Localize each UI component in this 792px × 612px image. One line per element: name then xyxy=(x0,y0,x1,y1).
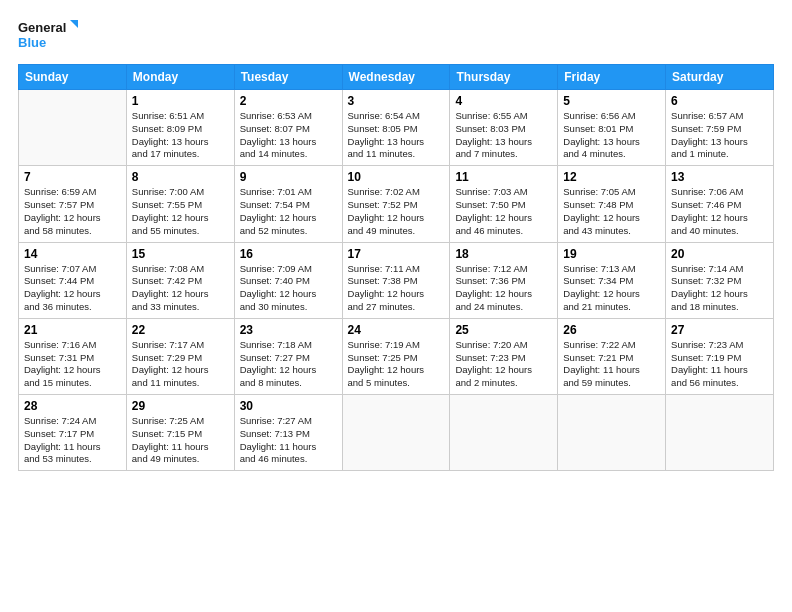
week-row-4: 21Sunrise: 7:16 AMSunset: 7:31 PMDayligh… xyxy=(19,318,774,394)
calendar-cell: 5Sunrise: 6:56 AMSunset: 8:01 PMDaylight… xyxy=(558,90,666,166)
day-info: Sunrise: 7:25 AMSunset: 7:15 PMDaylight:… xyxy=(132,415,229,466)
calendar-cell: 3Sunrise: 6:54 AMSunset: 8:05 PMDaylight… xyxy=(342,90,450,166)
day-info: Sunrise: 7:23 AMSunset: 7:19 PMDaylight:… xyxy=(671,339,768,390)
day-info: Sunrise: 7:12 AMSunset: 7:36 PMDaylight:… xyxy=(455,263,552,314)
day-number: 7 xyxy=(24,170,121,184)
logo-svg: General Blue xyxy=(18,18,78,54)
day-number: 18 xyxy=(455,247,552,261)
day-number: 29 xyxy=(132,399,229,413)
header-monday: Monday xyxy=(126,65,234,90)
day-number: 8 xyxy=(132,170,229,184)
day-info: Sunrise: 7:27 AMSunset: 7:13 PMDaylight:… xyxy=(240,415,337,466)
calendar-cell: 9Sunrise: 7:01 AMSunset: 7:54 PMDaylight… xyxy=(234,166,342,242)
day-number: 2 xyxy=(240,94,337,108)
day-info: Sunrise: 6:57 AMSunset: 7:59 PMDaylight:… xyxy=(671,110,768,161)
calendar-cell xyxy=(342,395,450,471)
day-number: 19 xyxy=(563,247,660,261)
calendar-cell: 27Sunrise: 7:23 AMSunset: 7:19 PMDayligh… xyxy=(666,318,774,394)
calendar-cell: 12Sunrise: 7:05 AMSunset: 7:48 PMDayligh… xyxy=(558,166,666,242)
calendar-cell: 22Sunrise: 7:17 AMSunset: 7:29 PMDayligh… xyxy=(126,318,234,394)
day-number: 15 xyxy=(132,247,229,261)
calendar-cell: 20Sunrise: 7:14 AMSunset: 7:32 PMDayligh… xyxy=(666,242,774,318)
day-info: Sunrise: 7:02 AMSunset: 7:52 PMDaylight:… xyxy=(348,186,445,237)
day-number: 6 xyxy=(671,94,768,108)
day-number: 12 xyxy=(563,170,660,184)
header-saturday: Saturday xyxy=(666,65,774,90)
day-info: Sunrise: 7:19 AMSunset: 7:25 PMDaylight:… xyxy=(348,339,445,390)
calendar-cell xyxy=(666,395,774,471)
day-info: Sunrise: 7:08 AMSunset: 7:42 PMDaylight:… xyxy=(132,263,229,314)
calendar-cell xyxy=(450,395,558,471)
header-sunday: Sunday xyxy=(19,65,127,90)
day-number: 14 xyxy=(24,247,121,261)
day-info: Sunrise: 6:59 AMSunset: 7:57 PMDaylight:… xyxy=(24,186,121,237)
day-number: 23 xyxy=(240,323,337,337)
day-number: 21 xyxy=(24,323,121,337)
day-info: Sunrise: 7:24 AMSunset: 7:17 PMDaylight:… xyxy=(24,415,121,466)
svg-text:Blue: Blue xyxy=(18,35,46,50)
calendar-cell: 30Sunrise: 7:27 AMSunset: 7:13 PMDayligh… xyxy=(234,395,342,471)
day-info: Sunrise: 7:20 AMSunset: 7:23 PMDaylight:… xyxy=(455,339,552,390)
page: General Blue SundayMondayTuesdayWednesda… xyxy=(0,0,792,612)
calendar-cell xyxy=(19,90,127,166)
day-number: 9 xyxy=(240,170,337,184)
calendar-cell: 1Sunrise: 6:51 AMSunset: 8:09 PMDaylight… xyxy=(126,90,234,166)
day-info: Sunrise: 7:07 AMSunset: 7:44 PMDaylight:… xyxy=(24,263,121,314)
week-row-3: 14Sunrise: 7:07 AMSunset: 7:44 PMDayligh… xyxy=(19,242,774,318)
day-number: 13 xyxy=(671,170,768,184)
svg-marker-2 xyxy=(70,20,78,28)
day-info: Sunrise: 7:00 AMSunset: 7:55 PMDaylight:… xyxy=(132,186,229,237)
calendar-header-row: SundayMondayTuesdayWednesdayThursdayFrid… xyxy=(19,65,774,90)
header-thursday: Thursday xyxy=(450,65,558,90)
day-number: 27 xyxy=(671,323,768,337)
calendar-cell: 25Sunrise: 7:20 AMSunset: 7:23 PMDayligh… xyxy=(450,318,558,394)
calendar-cell: 13Sunrise: 7:06 AMSunset: 7:46 PMDayligh… xyxy=(666,166,774,242)
calendar-cell: 19Sunrise: 7:13 AMSunset: 7:34 PMDayligh… xyxy=(558,242,666,318)
day-info: Sunrise: 7:06 AMSunset: 7:46 PMDaylight:… xyxy=(671,186,768,237)
day-number: 24 xyxy=(348,323,445,337)
day-info: Sunrise: 7:22 AMSunset: 7:21 PMDaylight:… xyxy=(563,339,660,390)
day-number: 3 xyxy=(348,94,445,108)
calendar-cell: 23Sunrise: 7:18 AMSunset: 7:27 PMDayligh… xyxy=(234,318,342,394)
calendar-cell: 18Sunrise: 7:12 AMSunset: 7:36 PMDayligh… xyxy=(450,242,558,318)
day-number: 10 xyxy=(348,170,445,184)
day-number: 30 xyxy=(240,399,337,413)
day-number: 1 xyxy=(132,94,229,108)
calendar-cell: 11Sunrise: 7:03 AMSunset: 7:50 PMDayligh… xyxy=(450,166,558,242)
day-info: Sunrise: 7:17 AMSunset: 7:29 PMDaylight:… xyxy=(132,339,229,390)
header-friday: Friday xyxy=(558,65,666,90)
day-info: Sunrise: 6:55 AMSunset: 8:03 PMDaylight:… xyxy=(455,110,552,161)
day-number: 25 xyxy=(455,323,552,337)
day-number: 20 xyxy=(671,247,768,261)
calendar-cell: 6Sunrise: 6:57 AMSunset: 7:59 PMDaylight… xyxy=(666,90,774,166)
calendar-cell: 15Sunrise: 7:08 AMSunset: 7:42 PMDayligh… xyxy=(126,242,234,318)
day-info: Sunrise: 7:14 AMSunset: 7:32 PMDaylight:… xyxy=(671,263,768,314)
day-info: Sunrise: 6:56 AMSunset: 8:01 PMDaylight:… xyxy=(563,110,660,161)
calendar-cell: 2Sunrise: 6:53 AMSunset: 8:07 PMDaylight… xyxy=(234,90,342,166)
day-info: Sunrise: 7:01 AMSunset: 7:54 PMDaylight:… xyxy=(240,186,337,237)
day-number: 26 xyxy=(563,323,660,337)
header-wednesday: Wednesday xyxy=(342,65,450,90)
week-row-1: 1Sunrise: 6:51 AMSunset: 8:09 PMDaylight… xyxy=(19,90,774,166)
week-row-2: 7Sunrise: 6:59 AMSunset: 7:57 PMDaylight… xyxy=(19,166,774,242)
calendar-table: SundayMondayTuesdayWednesdayThursdayFrid… xyxy=(18,64,774,471)
day-number: 17 xyxy=(348,247,445,261)
svg-text:General: General xyxy=(18,20,66,35)
calendar-cell: 8Sunrise: 7:00 AMSunset: 7:55 PMDaylight… xyxy=(126,166,234,242)
day-info: Sunrise: 6:51 AMSunset: 8:09 PMDaylight:… xyxy=(132,110,229,161)
calendar-cell: 10Sunrise: 7:02 AMSunset: 7:52 PMDayligh… xyxy=(342,166,450,242)
day-number: 4 xyxy=(455,94,552,108)
calendar-cell: 29Sunrise: 7:25 AMSunset: 7:15 PMDayligh… xyxy=(126,395,234,471)
day-info: Sunrise: 7:13 AMSunset: 7:34 PMDaylight:… xyxy=(563,263,660,314)
day-info: Sunrise: 7:18 AMSunset: 7:27 PMDaylight:… xyxy=(240,339,337,390)
day-info: Sunrise: 6:53 AMSunset: 8:07 PMDaylight:… xyxy=(240,110,337,161)
week-row-5: 28Sunrise: 7:24 AMSunset: 7:17 PMDayligh… xyxy=(19,395,774,471)
calendar-cell: 26Sunrise: 7:22 AMSunset: 7:21 PMDayligh… xyxy=(558,318,666,394)
calendar-cell: 17Sunrise: 7:11 AMSunset: 7:38 PMDayligh… xyxy=(342,242,450,318)
calendar-cell xyxy=(558,395,666,471)
calendar-cell: 16Sunrise: 7:09 AMSunset: 7:40 PMDayligh… xyxy=(234,242,342,318)
day-info: Sunrise: 7:11 AMSunset: 7:38 PMDaylight:… xyxy=(348,263,445,314)
header: General Blue xyxy=(18,18,774,54)
calendar-cell: 24Sunrise: 7:19 AMSunset: 7:25 PMDayligh… xyxy=(342,318,450,394)
day-info: Sunrise: 7:16 AMSunset: 7:31 PMDaylight:… xyxy=(24,339,121,390)
